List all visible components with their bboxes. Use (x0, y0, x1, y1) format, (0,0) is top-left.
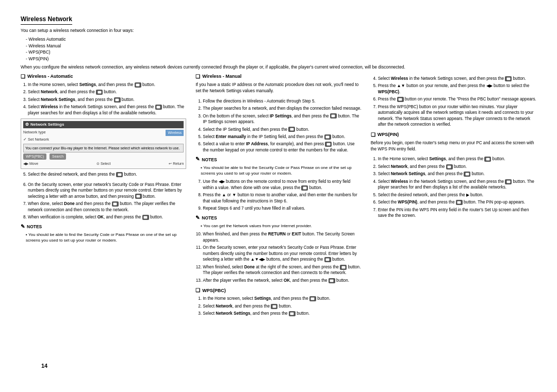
wm-step-3: On the bottom of the screen, select IP S… (203, 113, 361, 125)
pbc-step-1: In the Home screen, select Settings, and… (203, 296, 361, 301)
wa-step-5: Select the desired network, and then pre… (28, 172, 186, 177)
notes-heading-wm2: NOTES (195, 214, 361, 222)
nav-bar: ◀▶ Move ⊙ Select ↩ Return (23, 161, 184, 166)
page-number: 14 (41, 363, 47, 369)
enter-btn-wm3 (330, 113, 337, 118)
page-title: Wireless Network (21, 15, 72, 25)
network-screen-text: You can connect your Blu-ray player to t… (25, 146, 182, 150)
wm-step-7: Use the ◀▶ buttons on the remote control… (203, 179, 361, 191)
intro-item-1: Wireless Automatic (26, 36, 536, 43)
wm-step-10: When finished, and then press the RETURN… (203, 231, 361, 243)
network-box-title: Network Settings (23, 121, 184, 128)
pbc-step-3: Select Network Settings, and then press … (203, 311, 361, 316)
wm-step-9: Repeat Steps 6 and 7 until you have fill… (203, 206, 361, 211)
enter-btn-pbc2 (271, 304, 277, 309)
enter-btn-wm12 (340, 265, 347, 270)
enter-btn-c3-4 (505, 76, 512, 81)
nav-return: ↩ Return (169, 161, 184, 166)
page-container: Wireless Network You can setup a wireles… (21, 15, 536, 377)
wps-pbc-btn[interactable]: WPS(PBC) (23, 154, 46, 160)
c3-wa-step-5: Press the ▲▼ button on your remote, and … (378, 83, 536, 95)
wireless-automatic-steps-2: Select the desired network, and then pre… (21, 172, 186, 177)
nav-select: ⊙ Select (96, 161, 110, 166)
wa-step-3: Select Network Settings, and then press … (28, 97, 186, 103)
enter-btn-icon-4 (155, 105, 162, 110)
notes-heading-1: NOTES (21, 223, 186, 231)
c3-wa-step-6: Press the button on your remote. The "Pr… (378, 96, 536, 102)
wa-step-2: Select Network, and then press the butto… (28, 89, 186, 95)
intro-item-2: Wireless Manual (26, 43, 536, 49)
enter-btn-wm4 (288, 127, 295, 132)
wps-pbc-heading: WPS(PBC) (195, 287, 361, 293)
wm-step-6: Select a value to enter IP Address, for … (203, 141, 361, 153)
wa-step-4: Select Wireless in the Network Settings … (28, 104, 186, 116)
enter-btn-icon-3 (114, 97, 121, 103)
pin-step-3: Select Network Settings, and then press … (378, 171, 536, 177)
wireless-manual-steps-3: When finished, and then press the RETURN… (195, 231, 361, 283)
search-btn[interactable]: Search (50, 154, 66, 160)
wm-step-2: The player searches for a network, and t… (203, 106, 361, 111)
network-type-row: Network type Wireless (23, 130, 184, 136)
note-1-1: You should be able to find the Security … (26, 232, 186, 243)
wm-step-8: Press the ▲ or ▼ button to move to anoth… (203, 192, 361, 204)
wps-pbc-body: In the Home screen, select Settings, and… (195, 296, 361, 316)
wireless-automatic-heading: Wireless - Automatic (21, 74, 186, 79)
network-type-value: Wireless (166, 130, 184, 136)
wps-pin-steps: In the Home screen, select Settings, and… (371, 156, 536, 218)
page-title-section: Wireless Network You can setup a wireles… (21, 15, 536, 71)
enter-btn-icon-2 (96, 90, 103, 95)
note-wm2-1: You can get the Network values from your… (201, 223, 361, 229)
pin-step-2: Select Network, and then press the butto… (378, 164, 536, 169)
pbc-step-2: Select Network, and then press the butto… (203, 303, 361, 309)
wm-step-11: On the Security screen, enter your netwo… (203, 245, 361, 262)
wm-step-5: Select Enter manually in the IP Setting … (203, 134, 361, 140)
sec-step-7: When done, select Done and then press th… (28, 201, 186, 213)
enter-btn-wm13 (329, 278, 335, 283)
wireless-manual-intro: If you have a static IP address or the A… (195, 82, 361, 94)
network-screen: You can connect your Blu-ray player to t… (23, 144, 184, 152)
intro-followup: When you configure the wireless network … (21, 64, 536, 71)
column-2: Wireless - Manual If you have a static I… (195, 74, 361, 321)
enter-btn-pin1 (484, 157, 491, 162)
wps-pbc-steps: In the Home screen, select Settings, and… (195, 296, 361, 316)
sec-step-8: When verification is complete, select OK… (28, 214, 186, 220)
pin-step-1: In the Home screen, select Settings, and… (378, 156, 536, 162)
enter-btn-pin4 (505, 179, 512, 184)
wireless-manual-body: Follow the directions in Wireless - Auto… (195, 98, 361, 284)
c3-wa-step-4: Select Wireless in the Network Settings … (378, 76, 536, 81)
sec-step-6: On the Security screen, enter your netwo… (28, 182, 186, 199)
pin-step-6: Select the WPS(PIN), and then press the … (378, 199, 536, 205)
notes-list-wm: You should be able to find the Security … (195, 165, 361, 176)
wps-pin-body: In the Home screen, select Settings, and… (371, 156, 536, 218)
notes-list-wm2: You can get the Network values from your… (195, 223, 361, 229)
content-grid: Wireless - Automatic In the Home screen,… (21, 74, 536, 321)
intro-text: You can setup a wireless network connect… (21, 28, 536, 34)
enter-btn-sec7 (112, 201, 119, 207)
c3-wa-step-7: Press the WPS(PBC) button on your router… (378, 104, 536, 128)
column-1: Wireless - Automatic In the Home screen,… (21, 74, 186, 321)
set-network-label: ✓ Set Network (23, 137, 49, 143)
wps-pin-heading: WPS(PIN) (371, 132, 536, 138)
notes-section-1: NOTES You should be able to find the Sec… (21, 223, 186, 244)
wireless-manual-steps: Follow the directions in Wireless - Auto… (195, 98, 361, 154)
wm-step-12: When finished, select Done at the right … (203, 264, 361, 276)
network-settings-box: Network Settings Network type Wireless ✓… (21, 118, 186, 169)
enter-btn-icon (135, 82, 141, 88)
col1-security-ol: On the Security screen, enter your netwo… (21, 182, 186, 220)
wps-pin-intro: Before you begin, open the router's setu… (371, 140, 536, 152)
wa-step-1: In the Home screen, select Settings, and… (28, 82, 186, 88)
pin-step-5: Select the desired network, and then pre… (378, 192, 536, 198)
intro-item-4: WPS(PIN) (26, 56, 536, 62)
wireless-manual-steps-2: Use the ◀▶ buttons on the remote control… (195, 179, 361, 211)
notes-heading-wm: NOTES (195, 156, 361, 163)
wm-step-13: After the player verifies the network, s… (203, 278, 361, 283)
enter-btn-wm11 (324, 257, 331, 262)
enter-btn-pbc3 (289, 311, 296, 316)
enter-btn-sec6 (135, 194, 142, 199)
enter-btn-wm5 (324, 134, 331, 140)
enter-btn-sec8 (142, 215, 149, 220)
enter-btn-pin6 (456, 200, 463, 205)
enter-btn-icon-5 (116, 172, 123, 177)
notes-section-wm: NOTES You should be able to find the Sec… (195, 156, 361, 176)
notes-list-1: You should be able to find the Security … (21, 232, 186, 243)
